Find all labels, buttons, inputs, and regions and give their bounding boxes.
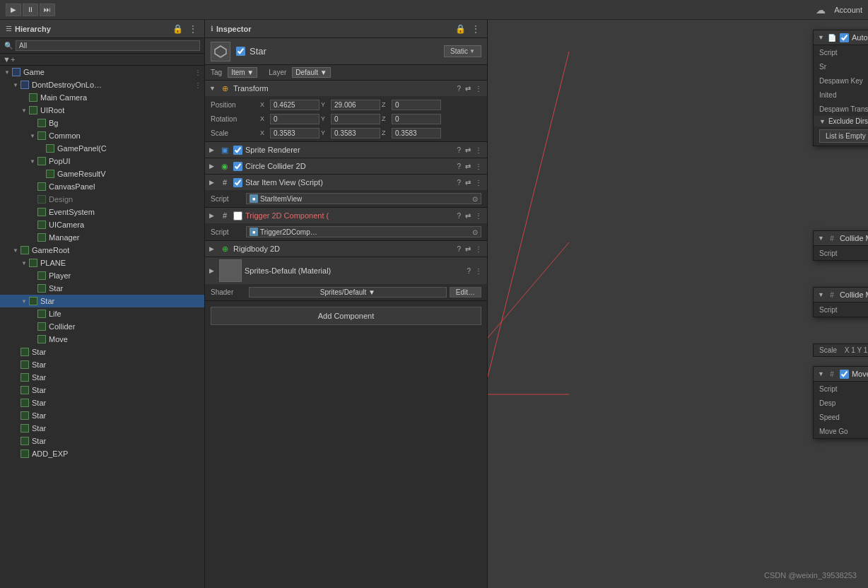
material-help-button[interactable]: ? <box>466 267 471 275</box>
position-z-input[interactable] <box>392 100 441 110</box>
rotation-y-input[interactable] <box>331 114 380 124</box>
rigidbody-settings-button[interactable]: ⇄ <box>464 245 471 253</box>
tree-item-maincamera[interactable]: Main Camera <box>0 91 204 104</box>
rotation-z-input[interactable] <box>392 114 441 124</box>
circle-help-button[interactable]: ? <box>456 163 462 170</box>
tree-item-gamepanel[interactable]: GamePanel(C <box>0 142 204 155</box>
auto-despawn-checkbox[interactable] <box>840 33 849 42</box>
trigger-2d-help-button[interactable]: ? <box>456 212 462 220</box>
static-button[interactable]: Static ▼ <box>444 45 481 57</box>
object-active-checkbox[interactable] <box>236 47 245 56</box>
tree-item-collider[interactable]: Collider <box>0 320 204 333</box>
scale-y-input[interactable] <box>331 128 380 139</box>
search-input[interactable] <box>16 40 200 51</box>
context-menu-dots[interactable]: ⋮ <box>194 69 204 76</box>
transform-settings-button[interactable]: ⇄ <box>464 85 471 93</box>
tree-item-star-selected[interactable]: ▼ Star <box>0 295 204 307</box>
tree-item-star-4[interactable]: Star <box>0 384 204 396</box>
inspector-lock-button[interactable]: 🔒 <box>454 24 467 34</box>
script-target-button[interactable]: ⊙ <box>472 195 478 203</box>
rigidbody-help-button[interactable]: ? <box>456 245 462 253</box>
tree-item-move[interactable]: Move <box>0 333 204 346</box>
tree-item-gameroot[interactable]: ▼ GameRoot <box>0 244 204 257</box>
star-item-checkbox[interactable] <box>233 178 242 187</box>
tree-item-popui[interactable]: ▼ PopUI <box>0 155 204 167</box>
tree-item-star-3[interactable]: Star <box>0 371 204 384</box>
rotation-x-input[interactable] <box>270 114 319 124</box>
tree-item-addexp[interactable]: ADD_EXP <box>0 447 204 460</box>
list-empty-button[interactable]: List is Empty <box>819 129 868 143</box>
hierarchy-add-button[interactable]: ▼+ <box>3 55 15 64</box>
tree-item-star-6[interactable]: Star <box>0 409 204 422</box>
star-item-help-button[interactable]: ? <box>456 179 462 187</box>
game-object-icon <box>20 398 30 408</box>
tree-item-canvaspanel[interactable]: CanvasPanel <box>0 180 204 193</box>
transform-header[interactable]: ▼ ⊕ Transform ? ⇄ ⋮ <box>205 81 487 96</box>
tree-item-bg[interactable]: Bg <box>0 117 204 129</box>
tree-item-star-1[interactable]: Star <box>0 346 204 358</box>
tag-select[interactable]: Item ▼ <box>228 67 257 78</box>
tree-item-uiroot[interactable]: ▼ UIRoot <box>0 104 204 117</box>
transform-icon: ⊕ <box>219 83 230 94</box>
shader-select[interactable]: Sprites/Default ▼ <box>249 287 447 298</box>
tree-item-star-8[interactable]: Star <box>0 435 204 447</box>
circle-collider-header[interactable]: ▶ ◉ Circle Collider 2D ? ⇄ ⋮ <box>205 158 487 174</box>
scale-z-input[interactable] <box>392 128 441 139</box>
star-item-menu-button[interactable]: ⋮ <box>474 179 483 187</box>
tree-item-player[interactable]: Player <box>0 269 204 282</box>
rigidbody-header[interactable]: ▶ ⊕ Rigidbody 2D ? ⇄ ⋮ <box>205 241 487 257</box>
trigger-2d-header[interactable]: ▶ # Trigger 2D Component ( ? ⇄ ⋮ <box>205 208 487 223</box>
circle-collider-checkbox[interactable] <box>233 162 242 171</box>
layer-select[interactable]: Default ▼ <box>292 67 330 78</box>
move-other-checkbox[interactable] <box>840 370 849 379</box>
play-button[interactable]: ▶ <box>6 4 21 16</box>
scale-x-input[interactable] <box>270 128 319 139</box>
hierarchy-lock-button[interactable]: 🔒 <box>171 24 184 34</box>
tree-item-label: GamePanel(C <box>57 144 107 153</box>
sprite-settings-button[interactable]: ⇄ <box>464 146 471 154</box>
transform-menu-button[interactable]: ⋮ <box>474 85 483 93</box>
sprite-renderer-header[interactable]: ▶ ▣ Sprite Renderer ? ⇄ ⋮ <box>205 142 487 158</box>
tree-item-uicamera[interactable]: UICamera <box>0 218 204 231</box>
sprite-renderer-checkbox[interactable] <box>233 146 242 155</box>
script-label: Script <box>211 228 246 236</box>
tree-item-manager[interactable]: Manager <box>0 231 204 244</box>
circle-settings-button[interactable]: ⇄ <box>464 163 471 170</box>
context-menu-dots[interactable]: ⋮ <box>194 81 204 89</box>
star-item-header[interactable]: ▶ # Star Item View (Script) ? ⇄ ⋮ <box>205 175 487 190</box>
shader-edit-button[interactable]: Edit… <box>450 287 481 298</box>
tree-item-star-plane[interactable]: Star <box>0 282 204 295</box>
rigidbody-menu-button[interactable]: ⋮ <box>474 245 483 253</box>
tree-item-star-5[interactable]: Star <box>0 396 204 409</box>
position-x-input[interactable] <box>270 100 319 110</box>
material-menu-button[interactable]: ⋮ <box>474 267 483 275</box>
hierarchy-menu-button[interactable]: ⋮ <box>187 24 199 34</box>
tree-item-common[interactable]: ▼ Common <box>0 129 204 142</box>
trigger-2d-checkbox[interactable] <box>233 211 242 220</box>
trigger-2d-menu-button[interactable]: ⋮ <box>474 212 483 220</box>
add-component-button[interactable]: Add Component <box>211 307 481 325</box>
sprite-help-button[interactable]: ? <box>456 146 462 154</box>
tree-item-star-7[interactable]: Star <box>0 422 204 435</box>
script-target-button[interactable]: ⊙ <box>472 228 478 236</box>
tree-item-eventsystem[interactable]: EventSystem <box>0 206 204 218</box>
inspector-menu-button[interactable]: ⋮ <box>470 24 481 34</box>
tree-item-design[interactable]: Design <box>0 193 204 206</box>
tree-item-gameresult[interactable]: GameResultV <box>0 167 204 180</box>
circle-menu-button[interactable]: ⋮ <box>474 163 483 170</box>
star-item-settings-button[interactable]: ⇄ <box>464 179 471 187</box>
tree-item-dontdestroy[interactable]: ▼ DontDestroyOnLo… ⋮ <box>0 78 204 91</box>
tree-item-star-2[interactable]: Star <box>0 358 204 371</box>
sprite-menu-button[interactable]: ⋮ <box>474 146 483 154</box>
pause-button[interactable]: ⏸ <box>23 4 38 16</box>
transform-help-button[interactable]: ? <box>456 85 462 93</box>
cloud-icon[interactable]: ☁ <box>813 4 828 16</box>
trigger-2d-settings-button[interactable]: ⇄ <box>464 212 471 220</box>
tree-item-game[interactable]: ▼ Game ⋮ <box>0 66 204 78</box>
step-button[interactable]: ⏭ <box>40 4 55 16</box>
position-y-input[interactable] <box>331 100 380 110</box>
tree-item-life[interactable]: Life <box>0 307 204 320</box>
script-label: Script <box>819 385 868 393</box>
material-header[interactable]: ▶ Sprites-Default (Material) ? ⋮ <box>205 257 487 284</box>
tree-item-plane[interactable]: ▼ PLANE <box>0 257 204 269</box>
